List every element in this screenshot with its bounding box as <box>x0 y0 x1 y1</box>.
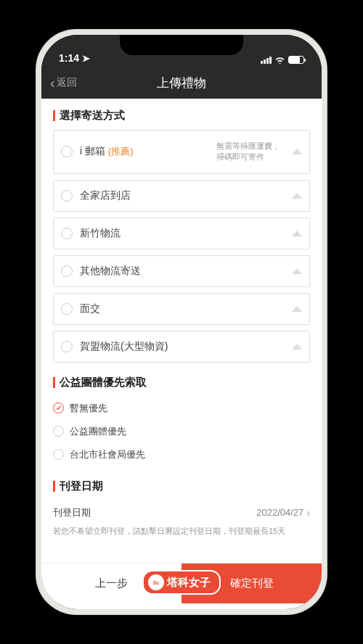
radio-icon <box>61 341 73 352</box>
radio-icon <box>61 303 73 315</box>
location-icon: ➤ <box>82 53 90 64</box>
watermark-text: 塔科女子 <box>167 576 211 590</box>
chevron-left-icon: ‹ <box>50 75 55 90</box>
chevron-up-icon <box>292 306 302 312</box>
shipping-section-title: 選擇寄送方式 <box>53 109 310 123</box>
page-title: 上傳禮物 <box>157 75 206 91</box>
option-label: i 郵箱 <box>80 145 105 157</box>
chevron-up-icon <box>292 268 302 274</box>
nav-bar: ‹ 返回 上傳禮物 <box>41 67 322 99</box>
watermark-badge: 3c 塔科女子 <box>142 570 221 595</box>
priority-label: 台北市社會局優先 <box>70 448 145 461</box>
shipping-option-hct[interactable]: 新竹物流 <box>53 218 310 249</box>
home-indicator-area <box>41 603 322 609</box>
priority-section-title: 公益團體優先索取 <box>53 376 310 389</box>
battery-icon <box>288 56 304 64</box>
option-label: 面交 <box>80 302 286 315</box>
radio-icon <box>53 426 64 437</box>
shipping-option-hemeng[interactable]: 賀盟物流(大型物資) <box>53 331 310 363</box>
date-label: 刊登日期 <box>53 506 91 519</box>
back-label: 返回 <box>57 76 77 89</box>
publish-date-row[interactable]: 刊登日期 2022/04/27 › <box>53 500 310 524</box>
radio-checked-icon <box>53 402 64 413</box>
wifi-icon <box>274 56 285 64</box>
option-desc: 無需等待匯運費， 掃碼即可寄件 <box>216 141 286 163</box>
notch <box>120 35 243 55</box>
radio-icon <box>53 449 64 460</box>
shipping-option-meetup[interactable]: 面交 <box>53 293 310 325</box>
recommend-tag: (推薦) <box>108 146 134 157</box>
chevron-up-icon <box>292 149 302 154</box>
radio-icon <box>61 265 73 277</box>
priority-option-none[interactable]: 暫無優先 <box>53 397 310 420</box>
option-label: 賀盟物流(大型物資) <box>80 340 286 353</box>
priority-option-charity[interactable]: 公益團體優先 <box>53 420 310 443</box>
priority-label: 暫無優先 <box>70 402 107 415</box>
back-button[interactable]: ‹ 返回 <box>50 75 77 90</box>
radio-icon <box>61 146 73 157</box>
chevron-up-icon <box>292 193 302 199</box>
content-area: 選擇寄送方式 i 郵箱 (推薦) 無需等待匯運費， 掃碼即可寄件 全家店到店 <box>41 99 322 563</box>
priority-option-taipei[interactable]: 台北市社會局優先 <box>53 443 310 466</box>
option-label: 其他物流寄送 <box>80 265 286 278</box>
radio-icon <box>61 228 73 239</box>
priority-label: 公益團體優先 <box>70 425 126 438</box>
logo-avatar-icon: 3c <box>148 574 164 590</box>
status-time: 1:14 <box>59 52 79 64</box>
signal-icon <box>261 57 272 64</box>
option-label: 全家店到店 <box>80 189 286 202</box>
date-help-text: 若您不希望立即刊登，請點擊日曆設定刊登日期，刊登期最長15天 <box>53 525 310 538</box>
shipping-option-other[interactable]: 其他物流寄送 <box>53 255 310 287</box>
option-label: 新竹物流 <box>80 227 286 240</box>
chevron-right-icon: › <box>306 507 310 519</box>
chevron-up-icon <box>292 344 302 350</box>
date-value: 2022/04/27 <box>256 507 303 518</box>
shipping-option-familymart[interactable]: 全家店到店 <box>53 180 310 212</box>
chevron-up-icon <box>292 231 302 236</box>
shipping-option-ipost[interactable]: i 郵箱 (推薦) 無需等待匯運費， 掃碼即可寄件 <box>53 130 310 174</box>
radio-icon <box>61 190 73 202</box>
date-section-title: 刊登日期 <box>53 479 310 493</box>
